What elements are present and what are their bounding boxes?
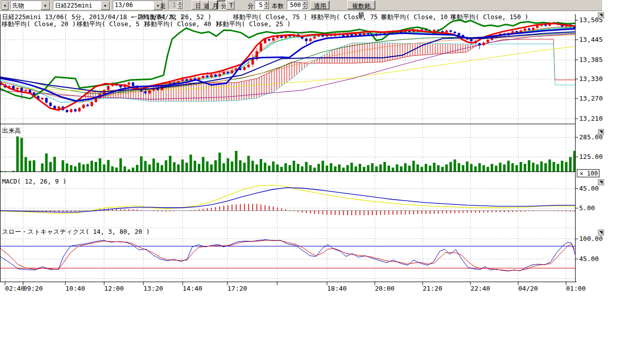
ichimoku-chikou-line: [0, 20, 575, 99]
macd-axis-label: 45.00: [579, 185, 599, 192]
legend-item: 移動平均( Close, 25 ): [216, 20, 291, 28]
volume-multiplier-box: × 100: [577, 169, 599, 177]
macd-panel: [0, 185, 575, 215]
panel-collapse-button[interactable]: [598, 129, 604, 135]
stochastics-panel: [0, 240, 575, 272]
ma-150-line: [0, 34, 575, 99]
legend-item: 移動平均( Close, 40 ): [144, 20, 219, 28]
price-axis-label: 13,270: [579, 95, 603, 102]
legend-item: 移動平均( Close, 5 ): [76, 20, 147, 28]
macd-line: [0, 185, 575, 214]
time-axis-label: 12:00: [104, 285, 124, 292]
time-axis-label: 04/20: [518, 285, 538, 292]
price-axis-label: 13,385: [579, 56, 603, 63]
time-axis-label: 18:40: [327, 285, 347, 292]
time-axis-label: 21:20: [423, 285, 442, 292]
time-axis-label: 17:20: [227, 285, 247, 292]
legend-item: 一目均衡表( 9, 26, 52 ): [131, 13, 211, 21]
macd-panel-title: MACD( 12, 26, 9 ): [2, 178, 66, 185]
stoch-panel-title: スロー・ストキャスティクス( 14, 3, 80, 20 ): [2, 228, 150, 235]
chart-canvas: 13,50513,44513,38513,33013,27013,210285.…: [0, 0, 644, 346]
percent-d-line: [0, 240, 575, 271]
panel-collapse-button[interactable]: [598, 180, 604, 185]
price-axis-label: 13,445: [579, 36, 603, 43]
ma-10-line: [0, 28, 575, 102]
legend-item: 移動平均( Close, 75 ): [233, 13, 307, 21]
senkou-span-b-line: [86, 43, 575, 101]
legend-item: 移動平均( Close, 150 ): [450, 13, 528, 21]
price-axis-label: 13,210: [579, 115, 603, 122]
volume-multiplier-label: × 100: [580, 170, 598, 177]
time-axis-label: 20:00: [375, 285, 394, 292]
axis-labels: 13,50513,44513,38513,33013,27013,210285.…: [5, 16, 603, 292]
stoch-axis-label: 45.00: [579, 255, 599, 263]
ma-75-a-line: [0, 47, 575, 91]
stoch-axis-label: 100.00: [579, 235, 603, 242]
ichimoku-cloud: [86, 39, 575, 102]
chart-application-window: ▼ 先物 ▼ 日経225mini ▼ 13/06 ▼ 足 1 ▲▼ 日 週 月 …: [0, 0, 644, 346]
time-axis-label: 01:00: [566, 285, 586, 292]
volume-panel: [0, 136, 576, 171]
price-axis-label: 13,330: [579, 75, 603, 82]
time-axis-label: 09:20: [23, 285, 43, 292]
gridlines: [0, 14, 575, 282]
time-axis-label: 14:40: [183, 285, 202, 292]
volume-panel-title: 出来高: [2, 127, 21, 134]
panel-collapse-button[interactable]: [598, 13, 604, 18]
legend-item: 移動平均( Close, 20 ): [2, 20, 76, 28]
time-axis-label: 02:40: [5, 285, 25, 292]
time-axis-label: 13:20: [143, 285, 163, 292]
legend-item: 移動平均( Close, 10 ): [381, 13, 455, 21]
panel-collapse-button[interactable]: [598, 230, 604, 235]
macd-axis-label: 5.00: [579, 204, 595, 212]
time-axis-label: 22:40: [470, 285, 490, 292]
volume-axis-label: 125.00: [579, 153, 603, 160]
legend-item: 移動平均( Close, 75 ): [311, 13, 385, 21]
time-axis-label: 10:40: [65, 285, 85, 292]
